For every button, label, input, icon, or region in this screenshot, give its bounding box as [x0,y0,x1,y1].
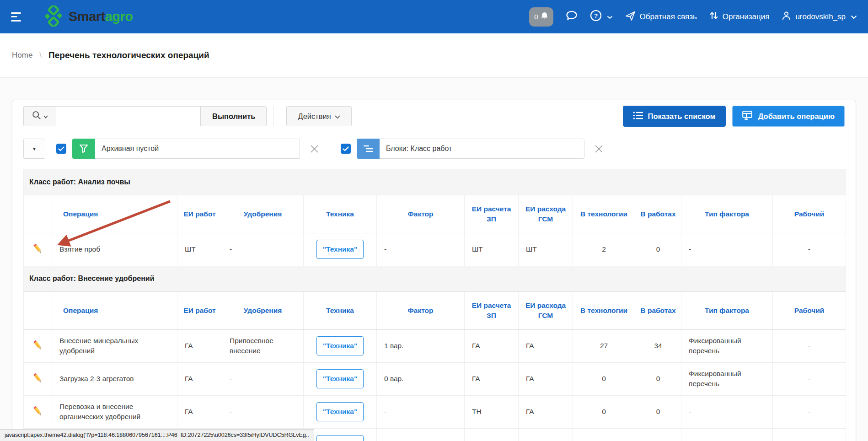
filter-archive: Архивная пустой [56,139,320,159]
edit-row-button[interactable] [30,403,46,419]
show-list-button[interactable]: Показать списком [623,106,726,127]
table-add-icon [742,111,753,122]
column-header[interactable]: Тип фактора [681,291,773,329]
filter-checkbox[interactable] [56,144,66,154]
cell: 1 вар. [377,329,465,362]
cell: ШТ [465,233,519,266]
search-options-button[interactable] [23,106,56,126]
column-header[interactable]: Фактор [377,291,465,329]
chevron-down-icon [851,12,857,22]
filters-dropdown-button[interactable]: ▼ [23,139,45,159]
tech-button[interactable]: "Техника" [316,435,364,441]
column-header[interactable]: Фактор [377,195,465,233]
cell: ШТ [519,233,573,266]
column-header[interactable]: Операция [52,291,177,329]
cell: "Техника" [304,329,377,362]
add-operation-button[interactable]: Добавить операцию [732,106,845,127]
column-header[interactable]: ЕИ работ [177,195,222,233]
cell: - [773,395,846,428]
edit-row-button[interactable] [30,241,46,257]
cell: ТН [465,395,519,428]
column-header[interactable]: Рабочий [773,195,846,233]
cell: ГА [519,362,573,395]
edit-column-header [24,291,52,329]
table-row: Внесение минеральных удобренийГАПрипосев… [24,329,846,362]
column-header[interactable]: Удобрения [222,291,304,329]
cell: - [773,329,846,362]
column-header[interactable]: В технологии [573,291,635,329]
column-header[interactable]: Техника [304,195,377,233]
column-header[interactable]: Рабочий [773,291,846,329]
filter-checkbox[interactable] [341,144,351,154]
cell: ГА [177,329,222,362]
column-header[interactable]: Тип фактора [681,195,773,233]
cell: "Техника" [304,428,377,441]
breadcrumb-home[interactable]: Home [12,51,32,60]
tech-button[interactable]: "Техника" [316,369,364,388]
cell: - [681,395,773,428]
column-header[interactable]: ЕИ расчета ЗП [465,195,519,233]
column-header[interactable]: Операция [52,195,177,233]
organization-button[interactable]: Организация [709,11,770,23]
execute-button[interactable]: Выполнить [201,106,267,126]
swap-arrows-icon [709,11,718,23]
organization-label: Организация [723,12,770,22]
filter-icon [72,139,95,159]
column-header[interactable]: ЕИ работ [177,291,222,329]
column-header[interactable]: ЕИ расхода ГСМ [519,195,573,233]
breadcrumb-separator: \ [39,51,42,60]
feedback-button[interactable]: Обратная связь [625,11,697,23]
logo[interactable]: Smartagro [43,5,133,28]
cell: ГА [177,395,222,428]
tech-button[interactable]: "Техника" [316,336,364,355]
paper-plane-icon [625,11,636,23]
page-title: Перечень технологических операций [48,50,209,60]
help-icon: ? [590,10,602,24]
edit-row-button[interactable] [30,338,46,353]
notification-count: 0 [534,13,538,21]
column-header[interactable]: В работах [635,291,681,329]
tech-button[interactable]: "Техника" [316,240,364,259]
column-header[interactable]: Техника [304,291,377,329]
cell: - [773,362,846,395]
toolbar-divider [273,106,273,126]
cell: 0 [573,362,635,395]
logo-icon [43,5,64,28]
help-menu[interactable]: ? [590,10,613,24]
cell: - [773,233,846,266]
cell: 2 [573,233,635,266]
cell: ГА [177,362,222,395]
remove-filter-button[interactable] [309,144,320,154]
bell-icon [541,12,548,22]
column-header[interactable]: В технологии [573,195,635,233]
cell [681,428,773,441]
cell: - [377,395,465,428]
chat-button[interactable] [566,10,578,23]
cell [377,428,465,441]
search-input[interactable] [56,106,201,126]
cell: ГА [519,329,573,362]
cell [519,428,573,441]
cell: Фиксированный перечень [681,362,773,395]
report-table: Класс работ: Анализ почвыОперацияЕИ рабо… [23,169,846,441]
column-header[interactable]: ЕИ расчета ЗП [465,291,519,329]
actions-button[interactable]: Действия [286,106,351,126]
group-title: Класс работ: Внесение удобрений [24,266,846,291]
cell: - [222,362,304,395]
user-menu[interactable]: urodovskih_sp [782,11,857,23]
remove-filter-button[interactable] [594,144,604,154]
filter-label[interactable]: Блоки: Класс работ [380,139,584,159]
column-header[interactable]: ЕИ расхода ГСМ [519,291,573,329]
menu-icon[interactable] [11,11,25,22]
column-header[interactable]: Удобрения [222,195,304,233]
column-header[interactable]: В работах [635,195,681,233]
filter-label[interactable]: Архивная пустой [95,139,300,159]
control-break-icon [357,139,380,159]
chevron-down-icon [335,112,340,121]
cell: ГА [465,329,519,362]
group-title: Класс работ: Анализ почвы [24,169,846,195]
edit-row-button[interactable] [30,371,46,386]
tech-button[interactable]: "Техника" [316,402,364,421]
notifications-button[interactable]: 0 [529,7,553,27]
cell: 0 [635,362,681,395]
